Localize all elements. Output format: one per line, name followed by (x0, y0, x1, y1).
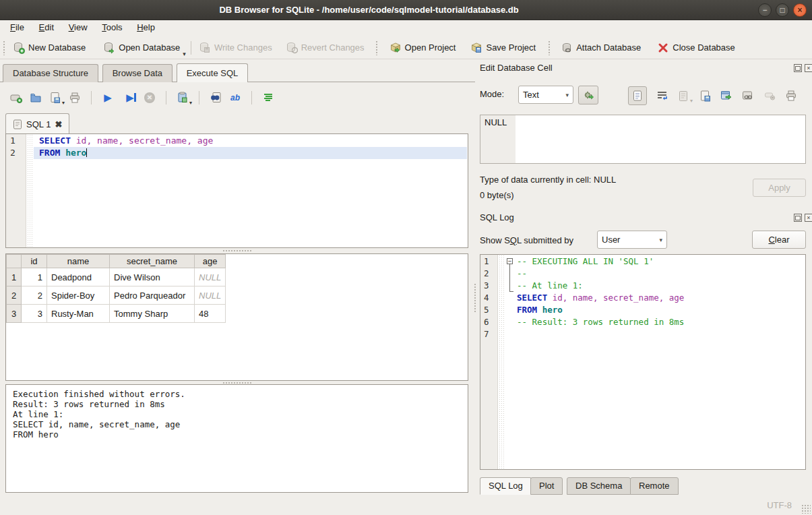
sql-log-view[interactable]: 1 2 3 4 5 6 7 − -- EXECUTING ALL IN 'SQL… (480, 254, 806, 470)
edit-cell-dock-controls: × (794, 64, 812, 72)
text-cursor (86, 148, 87, 157)
execute-all-button[interactable]: ▶ (101, 91, 115, 104)
menu-tools[interactable]: Tools (96, 20, 128, 34)
column-header-age[interactable]: age (195, 255, 226, 268)
cell-secret-name[interactable]: Pedro Parqueador (110, 286, 195, 305)
close-database-button[interactable]: Close Database (653, 39, 739, 57)
set-null-button[interactable] (763, 89, 776, 102)
save-sql-dropdown-icon[interactable]: ▾ (62, 100, 65, 106)
text-mode-button[interactable] (628, 86, 647, 105)
close-dock-icon[interactable]: × (805, 214, 812, 222)
word-wrap-button[interactable] (655, 89, 668, 102)
new-database-button[interactable]: New Database (9, 39, 90, 57)
corner-header (7, 255, 22, 268)
bottom-tab-remote[interactable]: Remote (630, 477, 679, 495)
menu-help[interactable]: Help (131, 20, 161, 34)
import-cell-data-button[interactable]: ▾ (677, 89, 690, 102)
open-database-icon (103, 42, 115, 54)
edit-cell-dock-title: Edit Database Cell (480, 63, 553, 73)
open-in-external-app-button[interactable] (720, 89, 733, 102)
log-line: -- (505, 268, 805, 280)
table-row[interactable]: 3 3 Rusty-Man Tommy Sharp 48 (7, 305, 226, 323)
save-sql-file-button[interactable]: ▾ (49, 91, 62, 104)
bottom-tab-plot[interactable]: Plot (530, 477, 563, 495)
float-dock-icon[interactable] (794, 64, 802, 72)
auto-apply-button[interactable] (578, 86, 598, 104)
cell-age[interactable]: NULL (195, 286, 226, 305)
execute-current-line-button[interactable]: ▶ (123, 91, 137, 104)
clear-log-button[interactable]: Clear (752, 231, 806, 249)
line-number: 5 (480, 304, 495, 316)
export-results-dropdown-icon[interactable]: ▾ (189, 100, 192, 106)
toolbar-grip (3, 40, 6, 55)
main-tab-bar: Database Structure Browse Data Execute S… (3, 63, 475, 82)
tab-browse-data[interactable]: Browse Data (102, 64, 173, 82)
sql-file-tab[interactable]: SQL 1 ✖ (5, 113, 69, 134)
write-changes-button[interactable]: Write Changes (195, 39, 276, 57)
menu-view[interactable]: View (63, 20, 94, 34)
link-button[interactable] (741, 89, 755, 102)
column-header-name[interactable]: name (47, 255, 110, 268)
table-row[interactable]: 1 1 Deadpond Dive Wilson NULL (7, 268, 226, 286)
resize-grip[interactable] (801, 504, 811, 514)
open-database-dropdown-icon[interactable]: ▾ (183, 51, 186, 57)
line-number: 4 (480, 292, 495, 304)
float-dock-icon[interactable] (794, 214, 802, 222)
cell-secret-name[interactable]: Tommy Sharp (110, 305, 195, 323)
close-icon[interactable]: × (793, 3, 807, 17)
revert-changes-icon (286, 42, 298, 54)
line-number: 7 (480, 328, 495, 340)
cell-age[interactable]: NULL (195, 268, 226, 286)
find-button[interactable] (209, 91, 222, 104)
cell-age[interactable]: 48 (195, 305, 226, 323)
open-project-button[interactable]: Open Project (385, 39, 460, 57)
column-header-secret-name[interactable]: secret_name (110, 255, 195, 268)
cell-name[interactable]: Spider-Boy (47, 286, 110, 305)
cell-id[interactable]: 1 (22, 268, 47, 286)
bottom-tab-db-schema[interactable]: DB Schema (567, 477, 631, 495)
sql-editor[interactable]: 1 2 SELECT id, name, secret_name, age FR… (5, 133, 468, 248)
close-dock-icon[interactable]: × (805, 64, 812, 72)
export-cell-data-button[interactable] (698, 89, 712, 102)
mode-combobox[interactable]: Text ▾ (518, 86, 573, 104)
save-project-button[interactable]: Save Project (466, 39, 540, 57)
print-cell-button[interactable] (784, 89, 798, 102)
cell-editor[interactable]: NULL (480, 115, 806, 164)
print-sql-button[interactable] (68, 91, 82, 104)
open-project-icon (389, 42, 402, 54)
menu-file[interactable]: File (4, 20, 30, 34)
tab-database-structure[interactable]: Database Structure (3, 64, 98, 82)
bottom-tab-sql-log[interactable]: SQL Log (480, 477, 532, 495)
stop-execution-button[interactable]: ✕ (143, 91, 156, 104)
menu-bar: File Edit View Tools Help (0, 20, 812, 36)
revert-changes-button[interactable]: Revert Changes (282, 39, 369, 57)
cell-name[interactable]: Rusty-Man (47, 305, 110, 323)
tab-execute-sql[interactable]: Execute SQL (177, 63, 249, 82)
new-sql-tab-button[interactable] (9, 91, 23, 104)
format-sql-button[interactable] (261, 91, 275, 104)
splitter-handle[interactable] (474, 283, 477, 313)
open-sql-file-button[interactable] (29, 91, 42, 104)
cell-id[interactable]: 2 (22, 286, 47, 305)
attach-database-button[interactable]: Attach Database (557, 39, 645, 57)
open-database-button[interactable]: Open Database (99, 39, 184, 57)
cell-name[interactable]: Deadpond (47, 268, 110, 286)
splitter-handle[interactable] (222, 249, 252, 253)
apply-button[interactable]: Apply (753, 179, 806, 197)
sql-log-filter-combobox[interactable]: User ▾ (597, 231, 667, 249)
cell-id[interactable]: 3 (22, 305, 47, 323)
export-results-button[interactable]: ▾ (176, 91, 189, 104)
table-row[interactable]: 2 2 Spider-Boy Pedro Parqueador NULL (7, 286, 226, 305)
replace-button[interactable]: ab (228, 91, 242, 104)
log-line: -- Result: 3 rows returned in 8ms (505, 316, 805, 328)
maximize-icon[interactable]: □ (776, 3, 789, 17)
menu-edit[interactable]: Edit (33, 20, 60, 34)
close-sql-tab-icon[interactable]: ✖ (55, 119, 62, 129)
cell-secret-name[interactable]: Dive Wilson (110, 268, 195, 286)
row-header: 1 (7, 268, 22, 286)
message-line: Execution finished without errors. (13, 389, 468, 399)
attach-database-icon (561, 42, 573, 54)
message-line: SELECT id, name, secret_name, age (13, 419, 468, 429)
minimize-icon[interactable]: − (758, 3, 772, 17)
column-header-id[interactable]: id (22, 255, 47, 268)
